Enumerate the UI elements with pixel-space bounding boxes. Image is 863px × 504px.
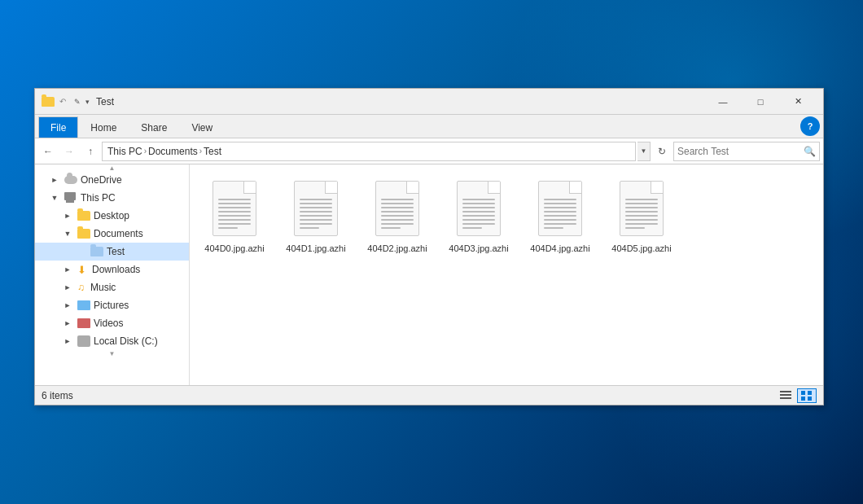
sidebar-label-this-pc: This PC	[81, 192, 116, 204]
file-lines-0	[213, 184, 256, 234]
title-bar: ↶ ✎ ▾ Test — □ ✕	[35, 89, 823, 115]
file-name-5: 404D5.jpg.azhi	[611, 243, 671, 254]
sidebar-item-local-disk[interactable]: ► Local Disk (C:)	[35, 332, 189, 350]
sidebar-label-documents: Documents	[94, 228, 143, 239]
file-area: 404D0.jpg.azhi	[190, 164, 823, 385]
file-lines-3	[458, 184, 500, 234]
expand-this-pc[interactable]: ▼	[48, 191, 61, 204]
tab-file[interactable]: File	[38, 116, 78, 138]
icon-view-icon	[801, 391, 813, 401]
svg-rect-2	[780, 397, 791, 399]
tab-home[interactable]: Home	[78, 116, 129, 138]
sidebar-item-test[interactable]: ► Test	[35, 243, 189, 261]
undo-icon[interactable]: ↶	[56, 95, 69, 108]
sidebar-label-music: Music	[90, 282, 116, 293]
file-grid: 404D0.jpg.azhi	[198, 173, 815, 259]
path-this-pc[interactable]: This PC	[107, 146, 142, 157]
path-test[interactable]: Test	[204, 146, 221, 157]
sidebar: ▲ ► OneDrive ▼ This PC ► Desktop	[35, 164, 190, 385]
sidebar-item-desktop[interactable]: ► Desktop	[35, 207, 189, 225]
sidebar-label-onedrive: OneDrive	[81, 174, 122, 186]
svg-rect-3	[801, 391, 805, 395]
file-icon-4	[534, 177, 586, 239]
main-content: ▲ ► OneDrive ▼ This PC ► Desktop	[35, 164, 823, 385]
file-name-3: 404D3.jpg.azhi	[449, 243, 508, 254]
file-icon-5	[615, 177, 668, 239]
quick-access-dropdown[interactable]: ▾	[85, 98, 90, 106]
file-item-3[interactable]: 404D3.jpg.azhi	[442, 173, 515, 259]
file-item-2[interactable]: 404D2.jpg.azhi	[361, 173, 434, 259]
sidebar-item-videos[interactable]: ► Videos	[35, 314, 189, 332]
forward-button[interactable]: →	[59, 142, 79, 161]
minimize-button[interactable]: —	[704, 89, 742, 115]
item-count: 6 items	[42, 390, 776, 401]
list-view-button[interactable]	[776, 388, 795, 403]
generic-file-icon-4	[538, 181, 582, 236]
music-icon: ♫	[77, 282, 87, 293]
window-title: Test	[96, 96, 704, 107]
properties-icon[interactable]: ✎	[71, 95, 84, 108]
svg-rect-6	[808, 397, 812, 401]
list-view-icon	[780, 391, 791, 401]
tab-share[interactable]: Share	[129, 116, 179, 138]
file-item-4[interactable]: 404D4.jpg.azhi	[523, 173, 597, 259]
close-button[interactable]: ✕	[779, 89, 817, 115]
expand-music[interactable]: ►	[61, 281, 74, 294]
path-documents[interactable]: Documents	[148, 146, 198, 157]
svg-rect-1	[780, 394, 791, 396]
status-bar: 6 items	[35, 385, 823, 405]
file-item-5[interactable]: 404D5.jpg.azhi	[605, 173, 678, 259]
file-item-1[interactable]: 404D1.jpg.azhi	[279, 173, 353, 259]
file-name-1: 404D1.jpg.azhi	[286, 243, 345, 254]
expand-documents[interactable]: ▼	[61, 227, 74, 240]
address-dropdown[interactable]: ▼	[637, 142, 651, 161]
sidebar-item-documents[interactable]: ▼ Documents	[35, 225, 189, 243]
path-this-pc-label: This PC	[107, 146, 142, 157]
sidebar-item-downloads[interactable]: ► ⬇ Downloads	[35, 261, 189, 278]
help-button[interactable]: ?	[800, 116, 820, 136]
sidebar-item-pictures[interactable]: ► Pictures	[35, 296, 189, 314]
search-box: 🔍	[673, 142, 820, 161]
generic-file-icon-0	[212, 181, 256, 236]
generic-file-icon-3	[457, 181, 501, 236]
sidebar-item-this-pc[interactable]: ▼ This PC	[35, 189, 189, 207]
sidebar-label-test: Test	[107, 246, 125, 257]
up-button[interactable]: ↑	[81, 142, 100, 161]
file-lines-4	[539, 184, 581, 234]
file-lines-1	[295, 184, 337, 234]
icon-view-button[interactable]	[797, 388, 817, 403]
svg-rect-5	[801, 397, 805, 401]
expand-desktop[interactable]: ►	[61, 209, 74, 222]
path-documents-label: Documents	[148, 146, 198, 157]
sidebar-item-onedrive[interactable]: ► OneDrive	[35, 171, 189, 189]
refresh-button[interactable]: ↻	[652, 142, 672, 161]
pictures-icon	[77, 300, 90, 310]
back-button[interactable]: ←	[38, 142, 58, 161]
path-sep-1: ›	[144, 147, 147, 156]
onedrive-icon	[64, 176, 77, 184]
expand-downloads[interactable]: ►	[61, 263, 74, 276]
file-name-4: 404D4.jpg.azhi	[530, 243, 589, 254]
search-input[interactable]	[677, 146, 804, 157]
search-icon[interactable]: 🔍	[804, 146, 816, 157]
file-name-2: 404D2.jpg.azhi	[367, 243, 427, 254]
view-buttons	[776, 388, 817, 403]
sidebar-item-music[interactable]: ► ♫ Music	[35, 278, 189, 296]
maximize-button[interactable]: □	[742, 89, 779, 115]
desktop-folder-icon	[77, 211, 90, 221]
file-name-0: 404D0.jpg.azhi	[204, 243, 264, 254]
expand-onedrive[interactable]: ►	[48, 173, 61, 186]
videos-icon	[77, 318, 90, 328]
quick-access-icons: ↶ ✎ ▾	[42, 95, 90, 108]
expand-local-disk[interactable]: ►	[61, 335, 74, 348]
downloads-icon: ⬇	[77, 264, 89, 275]
tab-view[interactable]: View	[179, 116, 225, 138]
title-bar-left: ↶ ✎ ▾	[42, 95, 96, 108]
expand-videos[interactable]: ►	[61, 317, 74, 330]
ribbon-tabs: File Home Share View ?	[35, 115, 823, 138]
expand-pictures[interactable]: ►	[61, 299, 74, 312]
file-icon-2	[371, 177, 423, 239]
address-path[interactable]: This PC › Documents › Test	[102, 142, 636, 161]
svg-rect-4	[808, 391, 812, 395]
file-item-0[interactable]: 404D0.jpg.azhi	[198, 173, 271, 259]
